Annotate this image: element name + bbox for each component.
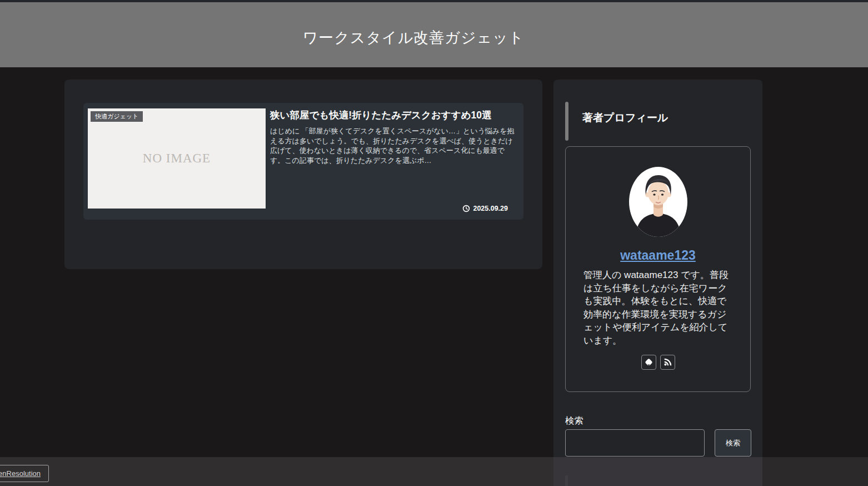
- author-profile-box: wataame123 管理人の wataame123 です。普段は立ち仕事をしな…: [565, 146, 751, 392]
- article-title[interactable]: 狭い部屋でも快適!折りたたみデスクおすすめ10選: [270, 109, 516, 121]
- category-badge[interactable]: 快適ガジェット: [91, 111, 143, 122]
- profile-heading: 著者プロフィール: [582, 111, 749, 125]
- feedly-button[interactable]: [641, 355, 656, 370]
- avatar: [629, 167, 687, 237]
- site-header: ワークスタイル改善ガジェット: [0, 2, 868, 67]
- search-input[interactable]: [565, 429, 705, 457]
- article-body: 狭い部屋でも快適!折りたたみデスクおすすめ10選 はじめに 「部屋が狭くてデスク…: [270, 103, 516, 220]
- rss-button[interactable]: [660, 355, 675, 370]
- site-title: ワークスタイル改善ガジェット: [0, 28, 827, 48]
- article-thumbnail: NO IMAGE 快適ガジェット: [88, 108, 266, 209]
- no-image-placeholder: NO IMAGE: [143, 151, 211, 166]
- rss-icon: [664, 358, 672, 366]
- article-date: 2025.09.29: [462, 205, 508, 212]
- bottom-bar-segment-sidebar: [553, 457, 762, 486]
- next-widget-accent-bar: [565, 475, 568, 486]
- screen-resolution-button[interactable]: ScreenResolution: [0, 465, 49, 482]
- page: ワークスタイル改善ガジェット NO IMAGE 快適ガジェット 狭い部屋でも快適…: [0, 0, 868, 486]
- sidebar: 著者プロフィール: [553, 80, 762, 486]
- bottom-overlay-bar: ScreenResolution: [0, 457, 868, 486]
- article-list-panel: NO IMAGE 快適ガジェット 狭い部屋でも快適!折りたたみデスクおすすめ10…: [64, 80, 542, 269]
- feedly-icon: [645, 358, 653, 366]
- article-card[interactable]: NO IMAGE 快適ガジェット 狭い部屋でも快適!折りたたみデスクおすすめ10…: [83, 103, 523, 220]
- social-links-row: [566, 355, 750, 370]
- bottom-bar-segment-right: [762, 457, 868, 486]
- search-button[interactable]: 検索: [715, 429, 751, 457]
- heading-accent-bar: [565, 102, 568, 141]
- author-bio: 管理人の wataame123 です。普段は立ち仕事をしながら在宅ワークも実践中…: [583, 269, 733, 347]
- author-username-link[interactable]: wataame123: [620, 248, 696, 263]
- article-date-text: 2025.09.29: [473, 205, 508, 212]
- search-heading: 検索: [565, 415, 583, 427]
- clock-icon: [462, 205, 470, 212]
- bottom-bar-segment-left: [0, 457, 553, 486]
- article-excerpt: はじめに 「部屋が狭くてデスクを置くスペースがない…」という悩みを抱える方は多い…: [270, 126, 516, 165]
